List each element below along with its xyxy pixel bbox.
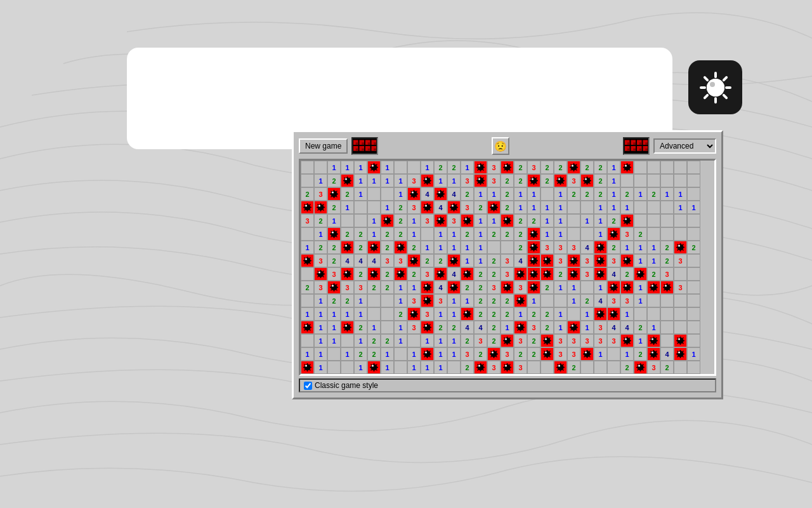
cell[interactable]: 2 (580, 161, 594, 174)
cell[interactable] (381, 187, 394, 201)
cell[interactable] (474, 361, 487, 374)
cell[interactable]: 3 (620, 227, 634, 241)
cell[interactable] (461, 214, 474, 227)
cell[interactable]: 2 (607, 241, 620, 254)
cell[interactable]: 3 (487, 161, 501, 174)
cell[interactable]: 1 (367, 174, 381, 187)
cell[interactable]: 3 (421, 267, 434, 281)
cell[interactable]: 2 (660, 361, 674, 374)
cell[interactable] (301, 201, 314, 214)
cell[interactable]: 1 (607, 174, 620, 187)
cell[interactable]: 4 (354, 254, 367, 267)
cell[interactable] (660, 227, 674, 241)
cell[interactable]: 1 (314, 174, 327, 187)
cell[interactable]: 2 (421, 254, 434, 267)
cell[interactable]: 1 (354, 174, 367, 187)
cell[interactable]: 1 (620, 307, 634, 321)
cell[interactable]: 1 (647, 254, 660, 267)
cell[interactable] (594, 254, 607, 267)
cell[interactable]: 4 (434, 281, 447, 294)
cell[interactable]: 2 (381, 241, 394, 254)
cell[interactable]: 3 (407, 174, 421, 187)
cell[interactable]: 2 (487, 321, 501, 334)
cell[interactable] (567, 201, 580, 214)
cell[interactable]: 2 (514, 347, 527, 361)
cell[interactable]: 1 (447, 174, 461, 187)
cell[interactable] (687, 174, 700, 187)
cell[interactable]: 1 (487, 214, 501, 227)
cell[interactable]: 2 (487, 267, 501, 281)
cell[interactable]: 1 (314, 334, 327, 347)
cell[interactable] (341, 321, 354, 334)
cell[interactable] (634, 201, 647, 214)
cell[interactable]: 1 (634, 187, 647, 201)
cell[interactable] (341, 334, 354, 347)
cell[interactable] (447, 281, 461, 294)
cell[interactable]: 2 (527, 214, 540, 227)
cell[interactable]: 1 (474, 241, 487, 254)
cell[interactable]: 1 (514, 307, 527, 321)
cell[interactable]: 1 (434, 227, 447, 241)
cell[interactable] (554, 294, 567, 307)
cell[interactable]: 1 (354, 307, 367, 321)
cell[interactable]: 2 (314, 241, 327, 254)
cell[interactable]: 2 (514, 174, 527, 187)
cell[interactable]: 2 (540, 174, 554, 187)
cell[interactable] (607, 347, 620, 361)
cell[interactable]: 1 (461, 294, 474, 307)
cell[interactable]: 3 (540, 241, 554, 254)
cell[interactable]: 2 (540, 307, 554, 321)
cell[interactable] (327, 347, 341, 361)
cell[interactable]: 1 (434, 307, 447, 321)
cell[interactable] (407, 187, 421, 201)
cell[interactable] (567, 267, 580, 281)
cell[interactable]: 1 (620, 347, 634, 361)
cell[interactable]: 4 (580, 241, 594, 254)
cell[interactable]: 4 (514, 254, 527, 267)
cell[interactable] (461, 267, 474, 281)
cell[interactable]: 2 (341, 187, 354, 201)
cell[interactable]: 1 (354, 161, 367, 174)
cell[interactable]: 3 (567, 241, 580, 254)
cell[interactable]: 2 (647, 187, 660, 201)
cell[interactable]: 3 (421, 307, 434, 321)
cell[interactable]: 4 (341, 254, 354, 267)
cell[interactable] (674, 267, 687, 281)
cell[interactable] (447, 361, 461, 374)
cell[interactable] (674, 334, 687, 347)
cell[interactable]: 1 (407, 214, 421, 227)
cell[interactable] (634, 361, 647, 374)
cell[interactable] (647, 174, 660, 187)
cell[interactable]: 3 (474, 334, 487, 347)
cell[interactable]: 2 (501, 174, 514, 187)
cell[interactable]: 1 (434, 347, 447, 361)
cell[interactable]: 2 (594, 174, 607, 187)
cell[interactable]: 1 (501, 321, 514, 334)
cell[interactable]: 3 (514, 334, 527, 347)
cell[interactable]: 2 (501, 227, 514, 241)
cell[interactable] (381, 307, 394, 321)
cell[interactable]: 1 (421, 161, 434, 174)
cell[interactable]: 2 (554, 267, 567, 281)
cell[interactable]: 1 (354, 334, 367, 347)
cell[interactable]: 3 (514, 281, 527, 294)
cell[interactable] (501, 361, 514, 374)
cell[interactable] (421, 227, 434, 241)
cell[interactable]: 2 (447, 321, 461, 334)
cell[interactable]: 3 (501, 347, 514, 361)
cell[interactable] (301, 361, 314, 374)
cell[interactable]: 2 (394, 214, 407, 227)
cell[interactable]: 3 (487, 174, 501, 187)
cell[interactable]: 2 (527, 307, 540, 321)
cell[interactable]: 2 (394, 227, 407, 241)
cell[interactable]: 2 (461, 334, 474, 347)
cell[interactable]: 3 (607, 254, 620, 267)
cell[interactable]: 2 (354, 347, 367, 361)
cell[interactable] (580, 347, 594, 361)
cell[interactable] (607, 227, 620, 241)
cell[interactable] (474, 174, 487, 187)
cell[interactable]: 2 (407, 241, 421, 254)
classic-style-checkbox[interactable] (304, 382, 312, 390)
cell[interactable]: 2 (501, 294, 514, 307)
cell[interactable]: 3 (514, 361, 527, 374)
